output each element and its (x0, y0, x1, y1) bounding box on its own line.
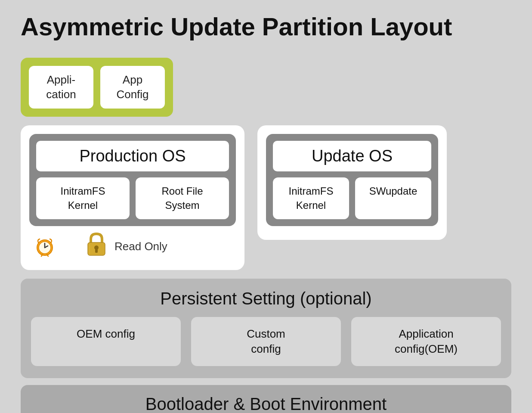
production-sub-boxes: InitramFSKernel Root FileSystem (36, 177, 229, 219)
read-only-label: Read Only (114, 240, 167, 253)
update-panel: Update OS InitramFSKernel SWupdate (257, 125, 447, 240)
root-filesystem-box: Root FileSystem (136, 177, 229, 219)
lock-area: Read Only (29, 231, 236, 261)
update-initramfs-kernel-box: InitramFSKernel (273, 177, 349, 219)
app-config-box: AppConfig (100, 66, 165, 109)
production-os-label: Production OS (36, 141, 229, 171)
production-os-inner: Production OS InitramFSKernel Root FileS… (29, 134, 236, 226)
bootloader-panel: Bootloader & Boot Environment (21, 385, 511, 413)
update-sub-boxes: InitramFSKernel SWupdate (273, 177, 431, 219)
lock-icon (85, 231, 108, 261)
application-box: Appli-cation (29, 66, 93, 109)
update-os-label: Update OS (273, 141, 431, 171)
update-os-inner: Update OS InitramFSKernel SWupdate (266, 134, 438, 226)
os-row: Production OS InitramFSKernel Root FileS… (21, 125, 511, 270)
app-group: Appli-cation AppConfig (21, 58, 173, 117)
custom-config-box: Customconfig (191, 317, 341, 366)
page-title: Asymmetric Update Partition Layout (21, 13, 511, 40)
svg-rect-8 (95, 248, 98, 253)
production-panel: Production OS InitramFSKernel Root FileS… (21, 125, 244, 270)
alarm-icon (34, 235, 56, 258)
swupdate-box: SWupdate (355, 177, 431, 219)
persistent-title: Persistent Setting (optional) (31, 289, 501, 308)
application-config-oem-box: Applicationconfig(OEM) (351, 317, 501, 366)
initramfs-kernel-box: InitramFSKernel (36, 177, 130, 219)
persistent-panel: Persistent Setting (optional) OEM config… (21, 279, 511, 378)
persistent-boxes: OEM config Customconfig Applicationconfi… (31, 317, 501, 366)
oem-config-box: OEM config (31, 317, 181, 366)
app-row: Appli-cation AppConfig (21, 58, 511, 117)
bootloader-title: Bootloader & Boot Environment (30, 394, 502, 413)
